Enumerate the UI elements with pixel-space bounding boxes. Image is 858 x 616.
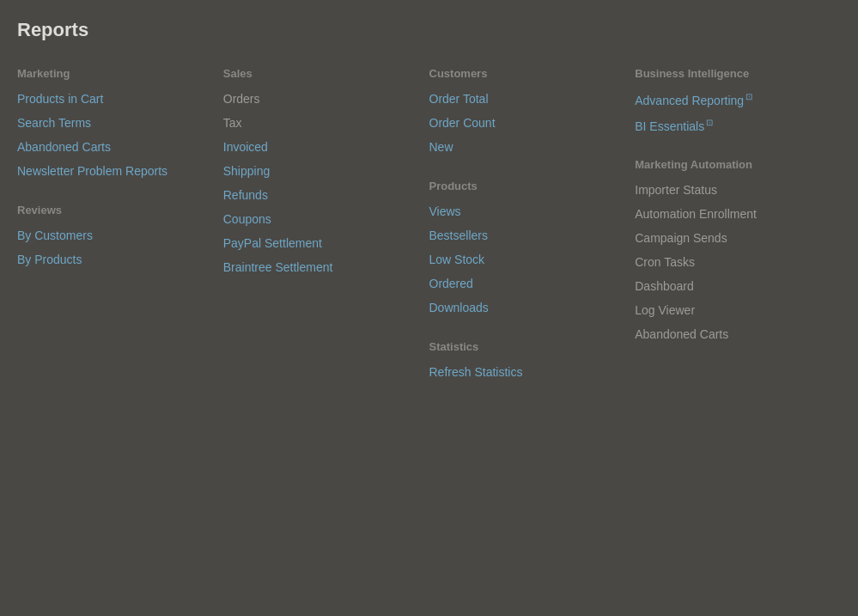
menu-link-sales-0-6[interactable]: PayPal Settlement — [223, 236, 412, 250]
column-header-customers: Customers — [429, 67, 618, 80]
external-link-icon: ⊡ — [706, 118, 713, 127]
menu-link-marketing-0-1[interactable]: Search Terms — [17, 116, 206, 130]
reports-grid: MarketingProducts in CartSearch TermsAba… — [17, 67, 841, 389]
menu-link-customers-0-1[interactable]: Order Count — [429, 116, 618, 130]
menu-link-customers-1-4[interactable]: Downloads — [429, 301, 618, 314]
menu-link-sales-0-4[interactable]: Refunds — [223, 188, 412, 202]
menu-link-business-intelligence-1-6[interactable]: Abandoned Carts — [635, 327, 824, 341]
menu-link-business-intelligence-0-1[interactable]: BI Essentials⊡ — [635, 118, 824, 133]
menu-link-marketing-0-2[interactable]: Abandoned Carts — [17, 140, 206, 154]
page-title: Reports — [17, 14, 841, 41]
external-link-icon: ⊡ — [745, 92, 752, 101]
column-header-sales: Sales — [223, 67, 412, 80]
section-header-marketing-1: Reviews — [17, 204, 206, 217]
menu-link-sales-0-3[interactable]: Shipping — [223, 164, 412, 178]
menu-link-business-intelligence-1-3[interactable]: Cron Tasks — [635, 255, 824, 269]
menu-link-customers-1-3[interactable]: Ordered — [429, 277, 618, 290]
menu-link-marketing-0-0[interactable]: Products in Cart — [17, 92, 206, 106]
menu-link-customers-0-2[interactable]: New — [429, 140, 618, 154]
menu-link-customers-1-0[interactable]: Views — [429, 204, 618, 218]
column-sales: SalesOrdersTaxInvoicedShippingRefundsCou… — [223, 67, 429, 389]
menu-link-sales-0-7[interactable]: Braintree Settlement — [223, 260, 412, 274]
menu-link-customers-0-0[interactable]: Order Total — [429, 92, 618, 106]
menu-link-business-intelligence-1-1[interactable]: Automation Enrollment — [635, 207, 824, 221]
menu-link-business-intelligence-1-2[interactable]: Campaign Sends — [635, 231, 824, 245]
menu-link-marketing-1-0[interactable]: By Customers — [17, 229, 206, 242]
menu-link-business-intelligence-1-0[interactable]: Importer Status — [635, 183, 824, 197]
menu-link-customers-1-1[interactable]: Bestsellers — [429, 229, 618, 242]
menu-link-customers-2-0[interactable]: Refresh Statistics — [429, 365, 618, 379]
menu-link-business-intelligence-1-4[interactable]: Dashboard — [635, 279, 824, 293]
menu-link-marketing-1-1[interactable]: By Products — [17, 253, 206, 266]
column-header-business-intelligence: Business Intelligence — [635, 67, 824, 80]
section-header-customers-2: Statistics — [429, 340, 618, 353]
section-header-customers-1: Products — [429, 180, 618, 192]
section-header-business-intelligence-1: Marketing Automation — [635, 158, 824, 171]
menu-link-sales-0-0[interactable]: Orders — [223, 92, 412, 106]
column-header-marketing: Marketing — [17, 67, 206, 80]
column-marketing: MarketingProducts in CartSearch TermsAba… — [17, 67, 223, 389]
menu-link-customers-1-2[interactable]: Low Stock — [429, 253, 618, 266]
menu-link-sales-0-5[interactable]: Coupons — [223, 212, 412, 226]
menu-link-business-intelligence-1-5[interactable]: Log Viewer — [635, 303, 824, 317]
menu-link-business-intelligence-0-0[interactable]: Advanced Reporting⊡ — [635, 92, 824, 107]
menu-link-sales-0-1[interactable]: Tax — [223, 116, 412, 130]
menu-link-marketing-0-3[interactable]: Newsletter Problem Reports — [17, 164, 206, 178]
column-business-intelligence: Business IntelligenceAdvanced Reporting⊡… — [635, 67, 841, 389]
menu-link-sales-0-2[interactable]: Invoiced — [223, 140, 412, 154]
column-customers: CustomersOrder TotalOrder CountNewProduc… — [429, 67, 636, 389]
